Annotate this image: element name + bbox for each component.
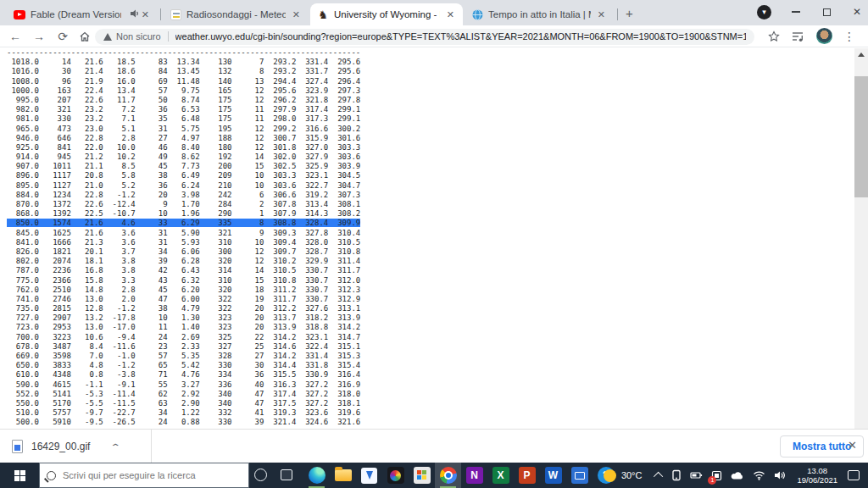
profile-avatar[interactable] xyxy=(816,28,832,44)
onenote-icon: N xyxy=(466,467,483,484)
microsoft-store-icon xyxy=(414,467,431,484)
download-bar: 16429_00.gif ⌃ Mostra tutto ✕ xyxy=(0,429,868,463)
download-chevron-up-icon[interactable]: ⌃ xyxy=(110,442,121,452)
window-minimize-button[interactable] xyxy=(782,0,810,24)
address-bar[interactable]: Non sicuro weather.uwyo.edu/cgi-bin/soun… xyxy=(95,29,754,45)
taskbar-apps: N X P W ? xyxy=(303,463,619,488)
pinwheel-app-icon xyxy=(387,467,404,484)
tab-title: University of Wyoming - Radioso xyxy=(334,9,440,19)
onedrive-cloud-icon[interactable] xyxy=(731,471,744,480)
taskbar-word-button[interactable]: W xyxy=(540,463,566,488)
window-maximize-button[interactable] xyxy=(812,0,841,24)
windows-logo-icon xyxy=(14,470,25,481)
browser-toolbar: ← → ⟳ Non sicuro weather.uwyo.edu/cgi-bi… xyxy=(0,25,868,47)
window-close-button[interactable]: ✕ xyxy=(843,0,868,24)
download-bar-close-icon[interactable]: ✕ xyxy=(848,439,857,452)
taskbar-search[interactable] xyxy=(39,463,249,488)
tab-close-icon[interactable]: ✕ xyxy=(445,9,456,20)
battery-icon[interactable] xyxy=(690,470,703,480)
tray-chevron-up-icon[interactable] xyxy=(656,472,663,479)
tab-separator xyxy=(160,8,161,20)
tab-meteoam[interactable]: Tempo in atto in Italia | MeteoAM ✕ xyxy=(465,3,614,25)
word-icon: W xyxy=(545,467,562,484)
tab-close-icon[interactable]: ✕ xyxy=(291,9,302,20)
media-controls-icon[interactable] xyxy=(789,28,806,45)
volume-icon[interactable] xyxy=(774,470,786,480)
meteonetwork-favicon xyxy=(170,8,181,20)
address-divider xyxy=(168,31,169,42)
file-explorer-icon xyxy=(335,469,352,481)
touch-input-icon xyxy=(361,468,377,484)
download-bar-divider xyxy=(151,430,152,463)
home-button[interactable] xyxy=(76,28,93,45)
tab-close-icon[interactable]: ✕ xyxy=(596,9,607,20)
security-label[interactable]: Non sicuro xyxy=(116,31,161,42)
menu-dots-icon[interactable]: ⋮ xyxy=(841,28,858,45)
excel-icon: X xyxy=(492,467,509,484)
globe-favicon xyxy=(471,8,483,20)
notification-badge: 1 xyxy=(708,476,716,485)
taskbar-excel-button[interactable]: X xyxy=(487,463,514,488)
tab-youtube[interactable]: Fable (Dream Version) - YouT ✕ xyxy=(7,3,158,25)
scrollbar-up-arrow[interactable] xyxy=(854,48,868,61)
action-center-icon[interactable] xyxy=(848,470,860,480)
task-view-icon[interactable] xyxy=(281,469,292,480)
tab-search-button[interactable]: ▾ xyxy=(757,5,771,19)
taskbar-onenote-button[interactable]: N xyxy=(461,463,487,488)
tab-title: Tempo in atto in Italia | MeteoAM xyxy=(488,9,591,19)
scrollbar-thumb[interactable] xyxy=(854,76,868,197)
new-tab-button[interactable]: + xyxy=(626,6,633,20)
sounding-text[interactable]: ----------------------------------------… xyxy=(0,48,848,428)
tab-separator xyxy=(617,8,618,20)
taskbar-clock[interactable]: 13.08 19/06/2021 xyxy=(797,466,837,485)
badged-app-icon[interactable]: 1 xyxy=(711,470,722,481)
taskbar-microsoft-store-button[interactable] xyxy=(409,463,435,488)
chrome-icon xyxy=(440,467,457,484)
start-button[interactable] xyxy=(0,463,39,488)
back-button[interactable]: ← xyxy=(7,28,24,45)
windows-taskbar: N X P W ? 30°C 1 13.08 19/06/2021 xyxy=(0,463,868,488)
device-icon[interactable] xyxy=(671,469,682,481)
download-file-name[interactable]: 16429_00.gif xyxy=(31,441,90,452)
weather-sun-icon[interactable] xyxy=(604,469,616,482)
taskbar-touch-input-button[interactable] xyxy=(356,463,382,488)
search-input[interactable] xyxy=(63,470,232,480)
tab-meteonetwork[interactable]: Radiosondaggi - MeteoNetwork ✕ xyxy=(163,3,309,25)
tab-university-of-wyoming[interactable]: ♞ University of Wyoming - Radioso ✕ xyxy=(310,3,463,25)
taskbar-edge-button[interactable] xyxy=(303,463,330,488)
wyoming-horse-favicon: ♞ xyxy=(317,8,329,20)
taskbar-pinwheel-app-button[interactable] xyxy=(382,463,409,488)
taskbar-screen-snip-button[interactable] xyxy=(566,463,593,488)
tab-title: Fable (Dream Version) - YouT xyxy=(31,9,121,19)
taskbar-chrome-button[interactable] xyxy=(435,463,461,488)
url-text[interactable]: weather.uwyo.edu/cgi-bin/sounding?region… xyxy=(175,31,746,42)
page-content: ----------------------------------------… xyxy=(0,48,868,429)
system-tray: 30°C 1 13.08 19/06/2021 xyxy=(604,463,868,488)
browser-titlebar: Fable (Dream Version) - YouT ✕ Radiosond… xyxy=(0,0,868,25)
tab-audio-icon[interactable] xyxy=(130,8,140,20)
tab-close-icon[interactable]: ✕ xyxy=(140,9,151,20)
tab-title: Radiosondaggi - MeteoNetwork xyxy=(186,9,286,19)
screen-snip-icon xyxy=(571,467,588,484)
reload-button[interactable]: ⟳ xyxy=(54,28,71,45)
search-icon xyxy=(47,471,56,480)
clock-time: 13.08 xyxy=(797,466,837,475)
cortana-icon[interactable] xyxy=(254,469,267,481)
temperature-label[interactable]: 30°C xyxy=(621,470,643,480)
clock-date: 19/06/2021 xyxy=(797,475,837,485)
youtube-favicon xyxy=(14,8,25,20)
taskbar-powerpoint-button[interactable]: P xyxy=(514,463,540,488)
wifi-icon[interactable] xyxy=(753,470,765,480)
not-secure-warning-icon xyxy=(103,33,112,41)
taskbar-file-explorer-button[interactable] xyxy=(330,463,356,488)
powerpoint-icon: P xyxy=(519,467,536,484)
forward-button[interactable]: → xyxy=(31,28,47,45)
bookmark-star-icon[interactable] xyxy=(765,28,782,45)
downloaded-file-chip[interactable]: 16429_00.gif ⌃ xyxy=(12,435,120,458)
image-file-icon xyxy=(12,440,23,453)
edge-icon xyxy=(309,467,326,484)
